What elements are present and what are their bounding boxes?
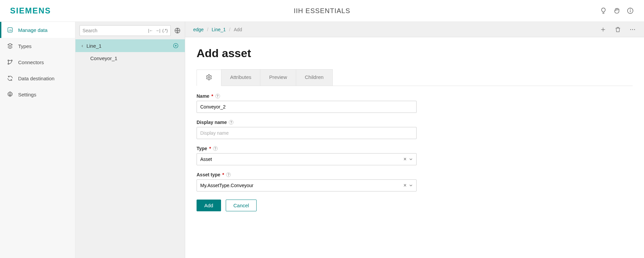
tab-label: Children <box>305 74 324 80</box>
clear-icon[interactable]: × <box>404 182 407 188</box>
svg-point-16 <box>634 29 635 30</box>
page-title: Add asset <box>197 47 633 60</box>
sidebar-item-data-destination[interactable]: Data destination <box>0 70 75 86</box>
field-label-display-name: Display name ? <box>197 120 417 125</box>
sidebar-item-manage-data[interactable]: Manage data <box>0 22 75 38</box>
help-icon[interactable]: ? <box>213 146 218 151</box>
field-asset-type: Asset type * ? × <box>197 172 417 191</box>
globe-icon[interactable] <box>174 27 181 34</box>
sidebar-item-label: Settings <box>18 92 36 97</box>
chevron-down-icon[interactable] <box>409 157 413 162</box>
display-name-input[interactable] <box>197 127 417 139</box>
help-icon[interactable]: ? <box>215 94 220 98</box>
toolbar-actions <box>600 26 636 33</box>
tab-children[interactable]: Children <box>296 69 333 86</box>
manage-data-icon <box>7 27 13 33</box>
field-type: Type * ? × <box>197 146 417 165</box>
sidebar-item-label: Manage data <box>18 27 48 33</box>
tab-general[interactable] <box>197 70 221 86</box>
svg-point-5 <box>11 60 12 61</box>
feedback-icon[interactable] <box>613 7 621 14</box>
clear-icon[interactable]: × <box>404 156 407 162</box>
required-mark: * <box>222 172 224 177</box>
tab-attributes[interactable]: Attributes <box>221 69 260 86</box>
cancel-button[interactable]: Cancel <box>226 200 257 211</box>
collapse-left-icon[interactable]: |← <box>148 28 153 33</box>
sidebar-item-label: Types <box>18 43 32 49</box>
asset-type-select-wrap: × <box>197 179 417 191</box>
search-input[interactable] <box>83 28 148 33</box>
chevron-left-icon: ‹ <box>82 43 83 48</box>
label-text: Name <box>197 93 209 99</box>
connectors-icon <box>7 59 13 66</box>
svg-point-15 <box>632 29 633 30</box>
tab-label: Attributes <box>230 74 251 80</box>
info-icon[interactable] <box>627 7 634 14</box>
tree-list: ‹ Line_1 Conveyor_1 <box>75 39 185 64</box>
regex-icon[interactable]: (.*) <box>162 28 168 33</box>
asset-type-select[interactable] <box>197 179 417 191</box>
lightbulb-icon[interactable] <box>600 7 607 14</box>
field-label-type: Type * ? <box>197 146 417 151</box>
types-icon <box>7 43 13 49</box>
tree-item-label: Line_1 <box>87 43 102 49</box>
more-icon[interactable] <box>629 26 636 33</box>
field-display-name: Display name ? <box>197 120 417 139</box>
svg-point-2 <box>630 9 631 9</box>
svg-point-17 <box>208 77 210 78</box>
chevron-down-icon[interactable] <box>409 183 413 188</box>
main-toolbar: edge / Line_1 / Add <box>185 22 644 37</box>
label-text: Display name <box>197 120 227 125</box>
sidebar-item-types[interactable]: Types <box>0 38 75 54</box>
collapse-right-icon[interactable]: →| <box>155 28 160 33</box>
tree-item-line1[interactable]: ‹ Line_1 <box>75 39 185 52</box>
breadcrumb-root[interactable]: edge <box>193 27 204 32</box>
breadcrumb: edge / Line_1 / Add <box>193 27 242 32</box>
type-select-wrap: × <box>197 153 417 165</box>
svg-point-7 <box>9 94 11 95</box>
breadcrumb-current: Add <box>234 27 242 32</box>
required-mark: * <box>209 146 211 151</box>
sidebar-item-settings[interactable]: Settings <box>0 86 75 102</box>
search-wrap: |← →| (.*) <box>79 25 171 36</box>
breadcrumb-sep: / <box>207 27 208 32</box>
gear-icon <box>7 91 13 98</box>
field-label-asset-type: Asset type * ? <box>197 172 417 177</box>
tree-panel: |← →| (.*) ‹ Line_1 Conveyor_1 <box>75 22 185 258</box>
header-actions <box>600 7 634 14</box>
app-header: SIEMENS IIH ESSENTIALS <box>0 0 644 22</box>
breadcrumb-parent[interactable]: Line_1 <box>212 27 226 32</box>
tab-preview[interactable]: Preview <box>260 69 296 86</box>
svg-point-4 <box>8 60 9 61</box>
search-mode-icons: |← →| (.*) <box>148 28 168 33</box>
tabs: Attributes Preview Children <box>197 69 633 86</box>
sidebar-item-label: Connectors <box>18 59 44 65</box>
svg-point-14 <box>630 29 631 30</box>
sync-icon <box>7 75 13 82</box>
sidebar-item-connectors[interactable]: Connectors <box>0 54 75 70</box>
help-icon[interactable]: ? <box>229 120 233 125</box>
app-title: IIH ESSENTIALS <box>294 7 351 15</box>
required-mark: * <box>211 93 213 99</box>
main-layout: Manage data Types Connectors Data destin… <box>0 22 644 258</box>
breadcrumb-sep: / <box>229 27 230 32</box>
type-select[interactable] <box>197 153 417 165</box>
tree-item-conveyor1[interactable]: Conveyor_1 <box>75 52 185 64</box>
sidebar-item-label: Data destination <box>18 76 54 81</box>
gear-icon <box>206 74 212 81</box>
field-label-name: Name * ? <box>197 93 417 99</box>
name-input[interactable] <box>197 101 417 113</box>
plus-icon[interactable] <box>600 26 606 33</box>
tab-label: Preview <box>269 74 287 80</box>
svg-point-6 <box>8 63 9 64</box>
help-icon[interactable]: ? <box>226 172 231 177</box>
sidebar: Manage data Types Connectors Data destin… <box>0 22 75 258</box>
add-circle-icon[interactable] <box>173 43 179 49</box>
trash-icon[interactable] <box>614 26 621 33</box>
form-actions: Add Cancel <box>197 200 417 211</box>
label-text: Type <box>197 146 207 151</box>
content-area: Add asset Attributes Preview Children Na… <box>185 37 644 221</box>
field-name: Name * ? <box>197 93 417 113</box>
add-button[interactable]: Add <box>197 200 221 211</box>
tree-toolbar: |← →| (.*) <box>75 22 185 39</box>
